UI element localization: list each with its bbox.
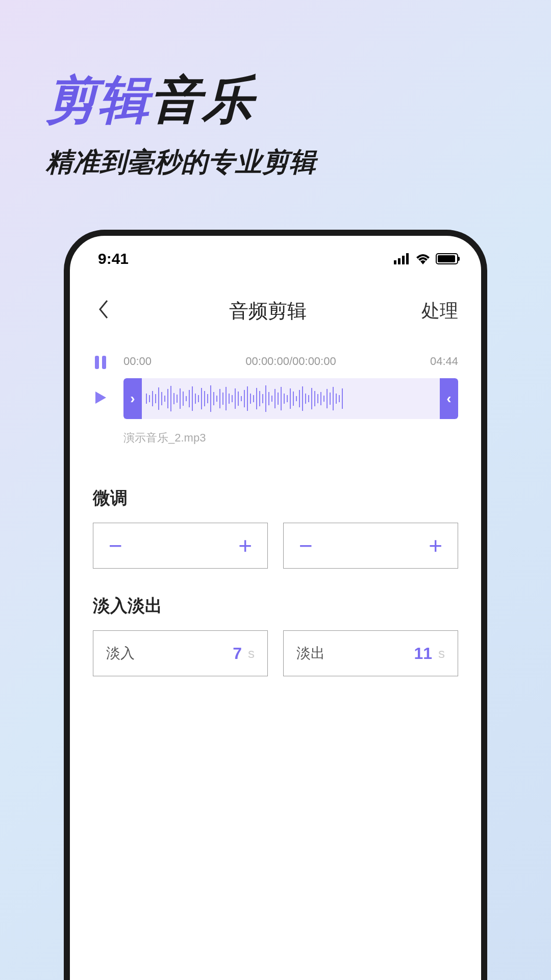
hero-title-rest: 音乐 [150,71,254,128]
fine-tune-title: 微调 [93,486,458,510]
decrement-start-button[interactable]: − [109,532,122,559]
fade-in-unit: s [248,646,255,662]
fade-section: 淡入淡出 淡入 7 s 淡出 11 s [70,569,481,676]
fine-tune-section: 微调 − + − + [70,461,481,569]
svg-rect-0 [394,260,396,264]
fade-title: 淡入淡出 [93,594,458,618]
svg-rect-4 [95,356,99,369]
wifi-icon [415,253,431,264]
time-row: 00:00 00:00:00/00:00:00 04:44 [123,355,458,368]
hero-header: 剪辑音乐 精准到毫秒的专业剪辑 [0,0,551,211]
process-button[interactable]: 处理 [421,299,458,324]
fade-out-value: 11 [414,644,432,663]
status-time: 9:41 [98,250,129,267]
time-end: 04:44 [430,355,458,368]
nav-bar: 音频剪辑 处理 [70,273,481,345]
audio-player: 00:00 00:00:00/00:00:00 04:44 › ‹ 演示音乐_2… [70,345,481,461]
fine-tune-end-stepper: − + [283,523,458,569]
time-center: 00:00:00/00:00:00 [245,355,336,368]
time-start: 00:00 [123,355,152,368]
increment-end-button[interactable]: + [429,532,442,559]
player-controls [93,355,108,407]
svg-rect-1 [398,258,400,264]
hero-title-accent: 剪辑 [46,71,150,128]
decrement-end-button[interactable]: − [299,532,313,559]
hero-title: 剪辑音乐 [46,66,505,135]
page-title: 音频剪辑 [229,298,307,324]
fade-in-value: 7 [233,644,242,663]
status-bar: 9:41 [70,236,481,273]
audio-filename: 演示音乐_2.mp3 [123,430,458,446]
trim-handle-left[interactable]: › [123,378,142,419]
status-icons [394,253,458,264]
svg-rect-5 [102,356,106,369]
fade-out-unit: s [438,646,445,662]
cellular-signal-icon [394,253,410,264]
fine-tune-start-stepper: − + [93,523,268,569]
battery-icon [436,253,458,264]
svg-rect-3 [406,253,409,264]
waveform-track[interactable]: › ‹ [123,378,458,419]
pause-button[interactable] [93,355,108,372]
waveform-bars [142,378,440,419]
fade-in-label: 淡入 [106,644,135,663]
trim-handle-right[interactable]: ‹ [440,378,458,419]
hero-subtitle: 精准到毫秒的专业剪辑 [46,144,505,180]
phone-frame: 9:41 音频剪辑 处理 [64,230,487,980]
back-button[interactable] [93,299,114,324]
fade-out-label: 淡出 [296,644,325,663]
increment-start-button[interactable]: + [238,532,252,559]
fade-out-input[interactable]: 淡出 11 s [283,630,458,676]
fade-in-input[interactable]: 淡入 7 s [93,630,268,676]
play-button[interactable] [93,390,108,407]
svg-rect-2 [402,256,405,264]
